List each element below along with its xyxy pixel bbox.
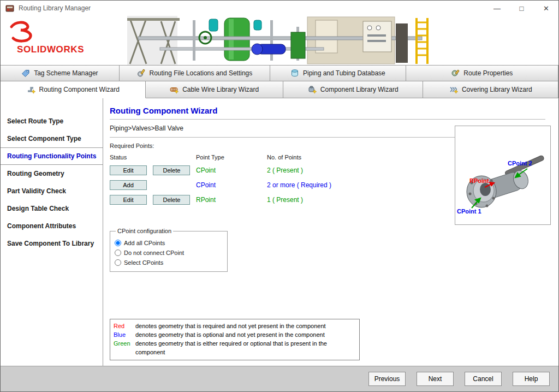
tab-row-settings: Tag Scheme Manager Routing File Location… — [1, 65, 558, 81]
gear-pencil-icon — [137, 69, 146, 78]
ball-valve-preview: CPoint 2 RPoint CPoint 1 — [455, 126, 551, 225]
sidebar-item-component-attributes[interactable]: Component Attributes — [1, 217, 103, 235]
tag-icon — [21, 69, 30, 78]
cancel-button[interactable]: Cancel — [465, 372, 502, 386]
previous-button[interactable]: Previous — [368, 372, 406, 386]
window-controls: — □ ✕ — [485, 1, 558, 16]
delete-cpoint-button[interactable]: Delete — [153, 165, 190, 175]
next-button[interactable]: Next — [417, 372, 454, 386]
point-type: CPoint — [196, 181, 267, 189]
sidebar-item-select-route-type[interactable]: Select Route Type — [1, 112, 103, 130]
sidebar-item-routing-functionality-points[interactable]: Routing Functionality Points — [1, 147, 103, 165]
routing-library-manager-window: Routing Library Manager — □ ✕ SOLIDWORKS — [0, 0, 559, 392]
component-wizard-icon — [308, 85, 317, 94]
tab-routing-file-locations[interactable]: Routing File Locations and Settings — [120, 66, 270, 81]
sidebar-item-save-component-to-library[interactable]: Save Component To Library — [1, 235, 103, 252]
brand-name: SOLIDWORKS — [17, 44, 84, 55]
radio-do-not-connect-cpoint[interactable] — [115, 250, 121, 256]
delete-rpoint-button[interactable]: Delete — [153, 195, 190, 205]
radio-add-all-cpoints[interactable] — [115, 240, 121, 246]
tab-label: Tag Scheme Manager — [34, 69, 98, 77]
edit-rpoint-button[interactable]: Edit — [110, 195, 147, 205]
legend-description: denotes geometry that is required and no… — [135, 322, 355, 330]
tab-component-library-wizard[interactable]: Component Library Wizard — [283, 81, 424, 98]
color-legend: Red denotes geometry that is required an… — [110, 319, 360, 360]
covering-wizard-icon — [449, 85, 458, 94]
cable-wizard-icon — [170, 85, 179, 94]
sidebar-item-select-component-type[interactable]: Select Component Type — [1, 130, 103, 147]
footer-bar: Previous Next Cancel Help — [1, 366, 558, 391]
plant-banner-image — [127, 16, 440, 65]
tab-label: Routing Component Wizard — [39, 86, 120, 93]
radio-label: Select CPoints — [124, 259, 163, 266]
legend-term: Green — [114, 339, 135, 357]
close-button[interactable]: ✕ — [534, 1, 558, 16]
help-button[interactable]: Help — [513, 372, 550, 386]
edit-cpoint-button[interactable]: Edit — [110, 165, 147, 175]
window-title: Routing Library Manager — [19, 4, 485, 12]
cpoint1-label: CPoint 1 — [457, 208, 481, 215]
legend-description: denotes geometry that is either required… — [135, 339, 355, 357]
add-cpoint-button[interactable]: Add — [110, 180, 147, 190]
tab-label: Routing File Locations and Settings — [150, 69, 253, 77]
legend-row: Blue denotes geometry that is optional a… — [114, 330, 355, 339]
titlebar: Routing Library Manager — □ ✕ — [1, 1, 558, 16]
wizard-steps-sidebar: Select Route Type Select Component Type … — [1, 98, 103, 366]
tab-row-wizards: Routing Component Wizard Cable Wire Libr… — [1, 81, 558, 98]
tab-label: Cable Wire Library Wizard — [182, 86, 259, 93]
tab-label: Route Properties — [463, 69, 513, 77]
point-type: CPoint — [196, 167, 267, 174]
radio-label: Add all CPoints — [124, 240, 165, 246]
legend-row: Green denotes geometry that is either re… — [114, 339, 355, 357]
tab-piping-tubing-database[interactable]: Piping and Tubing Database — [270, 66, 406, 81]
page-title: Routing Component Wizard — [110, 106, 545, 120]
point-type: RPoint — [196, 196, 267, 204]
banner: SOLIDWORKS — [1, 16, 558, 65]
database-icon — [290, 69, 299, 78]
sidebar-item-design-table-check[interactable]: Design Table Check — [1, 200, 103, 217]
column-point-type: Point Type — [196, 154, 267, 161]
routing-wizard-icon — [27, 85, 35, 94]
main-panel: Routing Component Wizard Piping>Valves>B… — [103, 98, 558, 366]
properties-gear-icon — [451, 69, 460, 78]
legend-term: Red — [114, 322, 135, 330]
legend-description: denotes geometry that is optional and no… — [135, 330, 355, 339]
legend-term: Blue — [114, 330, 135, 339]
tab-routing-component-wizard[interactable]: Routing Component Wizard — [1, 81, 146, 98]
solidworks-logo: SOLIDWORKS — [1, 16, 127, 65]
tab-label: Component Library Wizard — [320, 86, 399, 93]
maximize-button[interactable]: □ — [509, 1, 534, 16]
tab-covering-library-wizard[interactable]: Covering Library Wizard — [423, 81, 558, 98]
tab-label: Covering Library Wizard — [462, 86, 532, 93]
legend-row: Red denotes geometry that is required an… — [114, 322, 355, 330]
3ds-logo-mark — [8, 20, 37, 43]
cpoint-configuration-group: CPoint configuration Add all CPoints Do … — [110, 228, 228, 272]
app-icon — [5, 4, 14, 13]
tab-cable-wire-library-wizard[interactable]: Cable Wire Library Wizard — [146, 81, 283, 98]
tab-tag-scheme-manager[interactable]: Tag Scheme Manager — [1, 66, 120, 81]
tab-route-properties[interactable]: Route Properties — [406, 66, 558, 81]
rpoint-label: RPoint — [469, 177, 489, 184]
cpoint-configuration-title: CPoint configuration — [116, 228, 173, 234]
minimize-button[interactable]: — — [485, 1, 509, 16]
radio-select-cpoints[interactable] — [115, 259, 121, 266]
column-status: Status — [110, 154, 196, 161]
sidebar-item-routing-geometry[interactable]: Routing Geometry — [1, 165, 103, 182]
cpoint2-label: CPoint 2 — [508, 160, 532, 167]
sidebar-item-part-validity-check[interactable]: Part Validity Check — [1, 182, 103, 200]
radio-label: Do not connect CPoint — [124, 250, 184, 256]
tab-label: Piping and Tubing Database — [303, 69, 385, 77]
